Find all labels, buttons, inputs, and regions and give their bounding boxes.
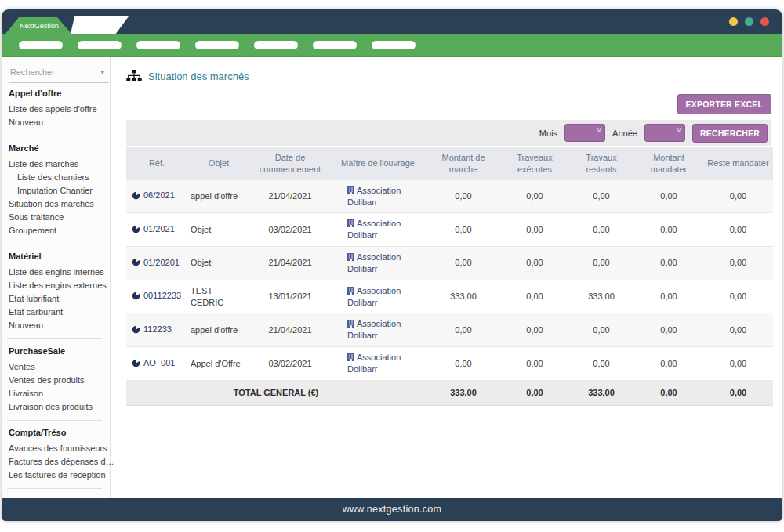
sidebar-item-ventes[interactable]: Ventes [9,360,110,373]
sidebar-item-etat-lubrifiant[interactable]: Etat lubrifiant [9,291,110,305]
mois-select[interactable] [564,124,605,142]
brand-tab[interactable]: NextGestion [5,17,71,34]
maitre-link[interactable]: Association Dolibarr [347,318,412,342]
annee-select[interactable] [644,124,685,142]
maitre-link[interactable]: Association Dolibarr [347,352,412,375]
sidebar-item-livraison-produits[interactable]: Livraison des produits [9,400,110,413]
executes-cell: 0,00 [501,247,568,280]
executes-cell: 0,00 [501,180,568,213]
menu-pill[interactable] [195,41,239,49]
col-travaux-executes: Traveaux exécutes [501,147,568,180]
reste-cell: 0,00 [703,280,773,313]
maitre-link[interactable]: Association Dolibarr [347,252,412,275]
sidebar-item-engins-externes[interactable]: Liste des engins externes [9,278,110,291]
restants-cell: 0,00 [568,213,634,247]
project-pie-icon [132,225,140,233]
sidebar-header-purchasesale[interactable]: PurchaseSale [9,346,110,356]
building-icon [347,186,354,194]
footer-url: www.nextgestion.com [343,504,442,515]
divider [7,244,102,244]
sidebar-item-ventes-produits[interactable]: Ventes des produits [9,373,110,386]
title-bar: NextGestion [2,9,782,34]
table-row: 01/2021 Objet 03/02/2021 Association Dol… [126,213,773,247]
ref-link[interactable]: AO_001 [132,357,175,369]
export-excel-button[interactable]: EXPORTER EXCEL [677,94,771,114]
sidebar-item-factures-depenses[interactable]: Factures des dépenses d… [9,454,110,468]
mandater-cell: 0,00 [634,180,703,213]
montant-cell: 333,00 [426,280,501,313]
building-icon [347,353,354,361]
menu-pill[interactable] [313,41,357,49]
ref-link[interactable]: 06/2021 [132,190,175,201]
col-objet: Objet [187,147,250,180]
sidebar-item-engins-internes[interactable]: Liste des engins internes [9,265,110,278]
total-label: TOTAL GENERAL (€) [126,380,426,405]
date-cell: 03/02/2021 [250,213,330,247]
mois-label: Mois [539,128,557,138]
minimize-dot-icon[interactable] [729,17,738,26]
sidebar-item-liste-appels-offre[interactable]: Liste des appels d'offre [9,102,110,115]
reste-cell: 0,00 [703,180,773,213]
sidebar-header-materiel[interactable]: Matériel [9,252,110,261]
secondary-tab[interactable] [71,16,129,34]
objet-cell: appel d'offre [187,180,250,213]
building-icon [347,219,354,227]
table-row: AO_001 Appel d'Offre 03/02/2021 Associat… [126,347,773,381]
table-row: 112233 appel d'offre 21/04/2021 Associat… [126,313,773,347]
montant-cell: 0,00 [426,247,501,280]
project-pie-icon [132,359,140,367]
sidebar: Rechercher ▾ Appel d'offre Liste des app… [2,57,111,498]
col-montant-marche: Montant de marche [426,147,501,180]
ref-link[interactable]: 01/2021 [132,223,175,235]
sidebar-item-situation-marches[interactable]: Situation des marchés [9,197,110,210]
mandater-cell: 0,00 [634,280,703,313]
sidebar-header-compta-treso[interactable]: Compta/Tréso [9,428,110,437]
sidebar-header-appel-offre[interactable]: Appel d'offre [9,89,110,98]
reste-cell: 0,00 [703,213,773,247]
window-controls [729,17,769,26]
objet-cell: TEST CEDRIC [187,280,250,313]
restants-cell: 0,00 [568,247,634,280]
sidebar-item-etat-carburant[interactable]: Etat carburant [9,305,110,318]
sidebar-item-liste-marches[interactable]: Liste des marchés [9,157,110,170]
building-icon [347,287,354,295]
sidebar-item-imputation-chantier[interactable]: Imputation Chantier [9,183,110,197]
maitre-link[interactable]: Association Dolibarr [347,185,412,208]
objet-cell: appel d'offre [187,313,250,347]
divider [7,338,102,339]
ref-link[interactable]: 112233 [132,324,172,335]
maximize-dot-icon[interactable] [745,17,753,26]
restants-cell: 0,00 [568,347,634,381]
sidebar-item-nouveau-appel[interactable]: Nouveau [9,115,110,128]
divider [7,420,102,421]
sidebar-item-sous-traitance[interactable]: Sous traitance [9,210,110,223]
col-ref: Réf. [126,147,187,180]
search-select[interactable]: Rechercher ▾ [9,65,109,83]
menu-pill[interactable] [254,41,298,49]
menu-pill[interactable] [78,41,122,49]
sidebar-item-factures-reception[interactable]: Les factures de reception [9,468,110,481]
sidebar-item-liste-chantiers[interactable]: Liste des chantiers [9,170,110,183]
table-row: 01/20201 Objet 21/04/2021 Association Do… [126,247,773,280]
menu-pill[interactable] [372,41,416,49]
marches-table: Réf. Objet Date de commencement Maître d… [126,147,773,406]
montant-cell: 0,00 [426,347,501,381]
ref-link[interactable]: 01/20201 [132,257,180,269]
maitre-link[interactable]: Association Dolibarr [347,218,412,241]
sidebar-item-avances-fournisseurs[interactable]: Avances des fournisseurs [9,441,110,454]
ref-link[interactable]: 00112233 [132,290,181,302]
sidebar-header-marche[interactable]: Marché [9,143,110,153]
menu-pill[interactable] [136,41,180,49]
rechercher-button[interactable]: RECHERCHER [692,124,768,143]
executes-cell: 0,00 [501,213,568,247]
maitre-link[interactable]: Association Dolibarr [347,285,412,309]
sidebar-item-nouveau-materiel[interactable]: Nouveau [9,318,110,331]
mandater-cell: 0,00 [634,247,703,280]
menu-pill[interactable] [19,41,63,49]
close-dot-icon[interactable] [760,17,769,26]
sidebar-item-groupement[interactable]: Groupement [9,223,110,237]
page-title: Situation des marchés [126,70,771,82]
project-pie-icon [132,258,140,266]
sidebar-item-livraison[interactable]: Livraison [9,386,110,400]
project-pie-icon [132,325,140,334]
